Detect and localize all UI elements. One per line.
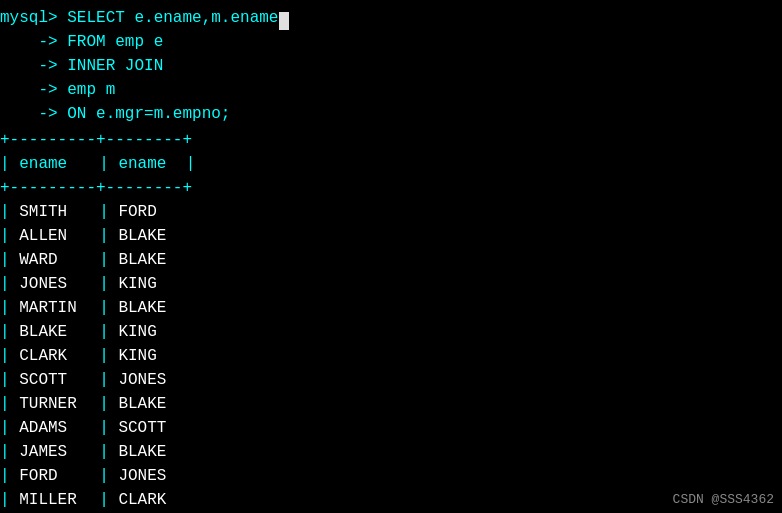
table-row: | JAMES | BLAKE bbox=[0, 440, 782, 464]
cell-right: CLARK bbox=[118, 491, 166, 509]
cell-right: BLAKE bbox=[118, 443, 166, 461]
cell-left: TURNER bbox=[19, 392, 99, 416]
query-line-5: -> ON e.mgr=m.empno; bbox=[0, 102, 782, 126]
cell-right: BLAKE bbox=[118, 395, 166, 413]
query-text-1: SELECT e.ename,m.ename bbox=[67, 9, 278, 27]
query-text-3: INNER JOIN bbox=[67, 57, 163, 75]
cell-left: JAMES bbox=[19, 440, 99, 464]
query-line-2: -> FROM emp e bbox=[0, 30, 782, 54]
table-row: | JONES | KING bbox=[0, 272, 782, 296]
cell-right: KING bbox=[118, 347, 156, 365]
table-row: | ALLEN | BLAKE bbox=[0, 224, 782, 248]
cell-left: MARTIN bbox=[19, 296, 99, 320]
cell-right: KING bbox=[118, 275, 156, 293]
table-row: | TURNER | BLAKE bbox=[0, 392, 782, 416]
watermark: CSDN @SSS4362 bbox=[673, 492, 774, 507]
cell-right: JONES bbox=[118, 371, 166, 389]
cell-right: JONES bbox=[118, 467, 166, 485]
result-table: +---------+--------+ | ename| ename | +-… bbox=[0, 128, 782, 513]
continuation-prompt-4: -> bbox=[0, 81, 67, 99]
table-row: | MILLER | CLARK bbox=[0, 488, 782, 512]
continuation-prompt-3: -> bbox=[0, 57, 67, 75]
table-header-row: | ename| ename | bbox=[0, 152, 782, 176]
table-row: | WARD | BLAKE bbox=[0, 248, 782, 272]
query-text-5: ON e.mgr=m.empno; bbox=[67, 105, 230, 123]
query-line-1: mysql> SELECT e.ename,m.ename bbox=[0, 6, 782, 30]
table-row: | SCOTT | JONES bbox=[0, 368, 782, 392]
table-row: | SMITH | FORD bbox=[0, 200, 782, 224]
query-text-4: emp m bbox=[67, 81, 115, 99]
cell-right: FORD bbox=[118, 203, 156, 221]
mysql-prompt: mysql> bbox=[0, 9, 67, 27]
table-row: | ADAMS | SCOTT bbox=[0, 416, 782, 440]
col2-header: ename bbox=[118, 155, 166, 173]
query-line-3: -> INNER JOIN bbox=[0, 54, 782, 78]
cell-left: CLARK bbox=[19, 344, 99, 368]
cell-left: SCOTT bbox=[19, 368, 99, 392]
table-row: | BLAKE | KING bbox=[0, 320, 782, 344]
query-line-4: -> emp m bbox=[0, 78, 782, 102]
table-row: | FORD | JONES bbox=[0, 464, 782, 488]
col1-header: ename bbox=[19, 152, 99, 176]
table-row: | MARTIN | BLAKE bbox=[0, 296, 782, 320]
cell-left: FORD bbox=[19, 464, 99, 488]
table-border-mid: +---------+--------+ bbox=[0, 176, 782, 200]
cell-left: ADAMS bbox=[19, 416, 99, 440]
query-text-2: FROM emp e bbox=[67, 33, 163, 51]
cell-left: ALLEN bbox=[19, 224, 99, 248]
cell-right: KING bbox=[118, 323, 156, 341]
cell-right: BLAKE bbox=[118, 299, 166, 317]
cell-right: BLAKE bbox=[118, 227, 166, 245]
table-data-rows: | SMITH | FORD| ALLEN | BLAKE| WARD | BL… bbox=[0, 200, 782, 512]
text-cursor bbox=[279, 12, 289, 30]
cell-right: BLAKE bbox=[118, 251, 166, 269]
continuation-prompt-2: -> bbox=[0, 33, 67, 51]
cell-left: WARD bbox=[19, 248, 99, 272]
cell-left: BLAKE bbox=[19, 320, 99, 344]
cell-left: JONES bbox=[19, 272, 99, 296]
continuation-prompt-5: -> bbox=[0, 105, 67, 123]
cell-right: SCOTT bbox=[118, 419, 166, 437]
table-border-top: +---------+--------+ bbox=[0, 128, 782, 152]
table-row: | CLARK | KING bbox=[0, 344, 782, 368]
terminal-window: mysql> SELECT e.ename,m.ename -> FROM em… bbox=[0, 0, 782, 513]
cell-left: SMITH bbox=[19, 200, 99, 224]
cell-left: MILLER bbox=[19, 488, 99, 512]
